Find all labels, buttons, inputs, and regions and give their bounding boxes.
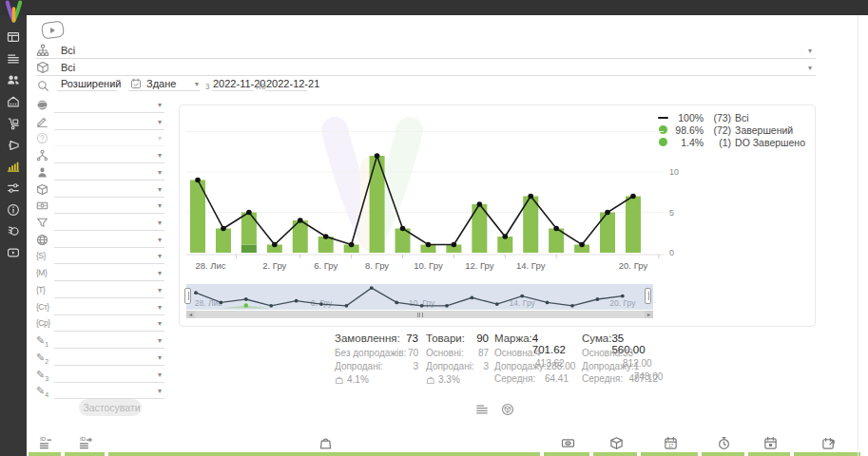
stat-value: 35 560.00 [611, 332, 658, 348]
column-header-calendar-export[interactable] [821, 436, 836, 450]
sitemap-icon [36, 44, 49, 57]
sidebar-item-company[interactable] [0, 92, 27, 111]
stat-title-row: Сума:35 560.00 [582, 332, 658, 348]
stat-title: Замовлення: [335, 332, 400, 348]
chevron-down-icon: ▾ [808, 48, 812, 55]
filter-row-brace{S}[interactable]: {S}▾ [36, 250, 164, 265]
stat-percent-row: 4.1% [335, 373, 418, 387]
filter-row-pencil1[interactable]: ✎1▾ [36, 334, 164, 350]
column-header-timer[interactable] [717, 436, 731, 450]
sidebar-item-marketing[interactable] [0, 136, 27, 155]
stat-value: 90 [476, 332, 489, 348]
pencil-icon: ✎1 [36, 334, 48, 348]
date-to-input[interactable]: 2022-12-21 [265, 77, 307, 91]
do-point [244, 303, 248, 307]
filter-row-question[interactable]: ▾ [36, 132, 164, 147]
sidebar-item-supply[interactable] [0, 114, 27, 133]
column-header-id-asc[interactable]: ID [39, 436, 53, 450]
table-row-cell[interactable] [108, 452, 540, 456]
table-row-cell[interactable] [65, 452, 105, 456]
stat-subrow: Допродані:3 [335, 361, 418, 374]
filter-row-brace{T}[interactable]: {T}▾ [36, 284, 164, 299]
app-logo[interactable] [3, 0, 25, 25]
dropdown-underline [54, 247, 164, 248]
table-row-cell[interactable] [641, 452, 698, 456]
select-value: Всі [61, 62, 75, 73]
filter-row-brace{Cр}[interactable]: {Cр}▾ [36, 317, 164, 332]
apply-button[interactable]: Застосувати [79, 399, 142, 416]
column-header-calendar[interactable]: 17 [664, 436, 678, 450]
sidebar-item-video[interactable] [0, 243, 27, 262]
minimap-right-handle[interactable] [645, 288, 651, 304]
dropdown-underline [54, 365, 164, 366]
table-row-cell[interactable] [29, 452, 61, 456]
filter-row-package[interactable]: ▾ [36, 183, 164, 199]
filter-row-person[interactable]: ▾ [36, 166, 164, 181]
scrollbar-grip[interactable] [415, 313, 424, 317]
filter-row-pencil3[interactable]: ✎3▾ [36, 369, 164, 384]
filter-row-pencil2[interactable]: ✎2▾ [36, 352, 164, 367]
column-header-bag[interactable] [318, 436, 333, 450]
stat-subvalue: 1 748.00 [634, 361, 664, 374]
sidebar-item-support[interactable] [0, 221, 27, 240]
users-icon [7, 73, 20, 86]
legend-text: (1) [706, 137, 731, 148]
chart-minimap[interactable]: 28. Лис6. Гру10. Гру14. Гру20. Гру [186, 284, 653, 310]
select-value: Всі [61, 45, 75, 56]
stat-sublabel: Середня: [494, 373, 535, 387]
filter-row-org-chart[interactable]: ▾ [36, 149, 164, 164]
dropdown-underline [54, 382, 164, 383]
chevron-down-icon: ▾ [158, 152, 162, 160]
toggle-product-view[interactable] [501, 403, 514, 416]
filter-row-brace{Cт}[interactable]: {Cт}▾ [36, 301, 164, 316]
filter-select-package[interactable]: Всі▾ [36, 61, 816, 76]
globe-grid-icon [36, 234, 48, 246]
sidebar-item-info[interactable] [0, 200, 27, 219]
column-header-banknote-eye[interactable] [561, 436, 575, 450]
table-row-cell[interactable] [702, 452, 744, 456]
question-icon [36, 132, 48, 144]
tutorial-video-button[interactable] [41, 20, 65, 39]
column-header-package[interactable] [609, 436, 624, 450]
sidebar-item-settings[interactable] [0, 179, 27, 198]
video-icon [7, 246, 20, 259]
table-row-cell[interactable] [794, 452, 860, 456]
stat-value: 73 [406, 332, 418, 348]
total-line [198, 156, 633, 245]
sidebar-item-statistics[interactable] [0, 157, 27, 176]
minimap-scrollbar[interactable]: ◂ ▸ [186, 311, 653, 318]
sidebar-item-clients[interactable] [0, 70, 27, 89]
svg-text:ID: ID [79, 436, 86, 442]
stat-percent: 4.1% [347, 374, 369, 385]
filter-row-globe-grid[interactable]: ▾ [36, 234, 164, 249]
sidebar-item-dashboard[interactable] [0, 28, 27, 47]
scroll-left-arrow[interactable]: ◂ [186, 311, 195, 318]
sidebar-item-orders[interactable] [0, 49, 27, 68]
info-icon [7, 203, 20, 217]
filter-row-signature[interactable]: ▾ [36, 116, 164, 131]
stat-subvalue: 4 413.62 [535, 348, 569, 361]
toggle-list-view[interactable] [475, 403, 489, 416]
filter-row-brace{M}[interactable]: {M}▾ [36, 267, 164, 282]
table-row-cell[interactable] [544, 452, 589, 456]
table-row-cell[interactable] [748, 452, 790, 456]
bars-group [190, 156, 641, 253]
stat-sublabel: Допродажу: [494, 361, 547, 374]
date-from-input[interactable]: 2022-11-20 [212, 77, 254, 91]
apply-label: Застосувати [83, 402, 140, 413]
left-sidebar [0, 15, 27, 456]
filter-row-banknote[interactable]: ▾ [36, 200, 164, 215]
filter-row-funnel[interactable]: ▾ [36, 217, 164, 232]
search-mode-select[interactable]: Розширений ▾ [57, 77, 117, 91]
dropdown-underline [54, 280, 164, 281]
scroll-right-arrow[interactable]: ▸ [645, 311, 653, 318]
building-icon [7, 95, 20, 108]
date-field-select[interactable]: Здане ▾ [128, 77, 201, 91]
filter-row-globe[interactable]: ▾ [36, 99, 164, 114]
table-row-cell[interactable] [593, 452, 637, 456]
filter-select-sitemap[interactable]: Всі▾ [36, 44, 816, 59]
column-header-id-o[interactable]: ID [79, 436, 93, 450]
column-header-calendar-day[interactable] [763, 436, 778, 450]
minimap-left-handle[interactable] [184, 288, 191, 304]
filter-row-pencil4[interactable]: ✎4▾ [36, 385, 164, 400]
